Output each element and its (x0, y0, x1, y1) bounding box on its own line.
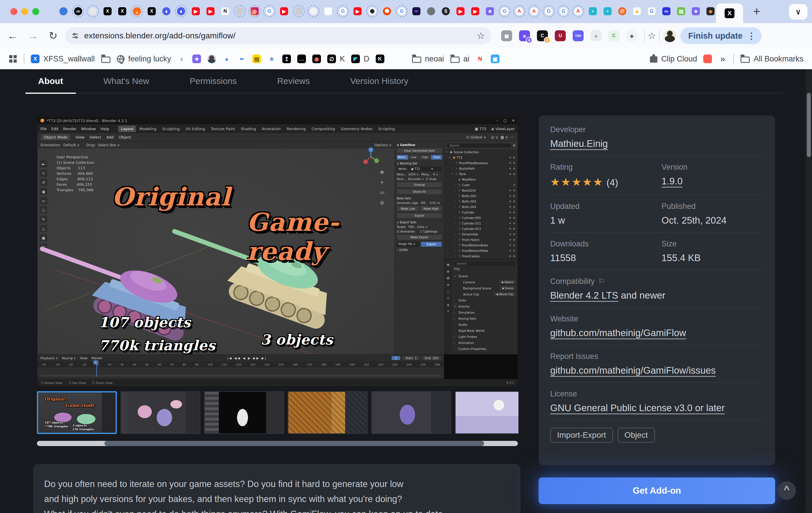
tab-favicon[interactable] (177, 7, 185, 15)
url-text[interactable]: extensions.blender.org/add-ons/gamiflow/ (84, 31, 236, 40)
bookmark-item[interactable] (101, 55, 111, 63)
addon-preview-image[interactable]: *T72 [D:\Art\t72\T72.blend] - Blender 4.… (37, 117, 518, 386)
reload-button[interactable]: ↻ (46, 30, 61, 42)
tab-favicon[interactable]: A (574, 7, 582, 15)
tab-favicon[interactable] (427, 7, 435, 15)
minimize-window-button[interactable] (21, 8, 28, 15)
tab-favicon[interactable]: ★ (692, 7, 700, 15)
developer-link[interactable]: Mathieu.Einig (550, 138, 608, 149)
site-settings-icon[interactable] (71, 32, 79, 39)
website-link[interactable]: github.com/matheinig/GamiFlow (550, 327, 686, 338)
tag-pill[interactable]: Import-Export (550, 428, 613, 442)
bookmark-item[interactable]: ▣ (491, 55, 499, 63)
tab-favicon[interactable] (89, 7, 97, 15)
tab-favicon[interactable] (133, 7, 141, 15)
bookmark-item[interactable] (207, 55, 216, 63)
page-tab[interactable]: What's New (100, 76, 153, 86)
bookmark-item[interactable]: ★ (192, 55, 201, 63)
tab-favicon[interactable]: ab (74, 7, 82, 15)
flag-icon[interactable]: ⚐ (598, 277, 605, 286)
bookmark-item[interactable]: » (718, 55, 727, 63)
tab-favicon[interactable]: G (500, 7, 509, 15)
bookmark-item[interactable] (9, 55, 17, 63)
tab-favicon[interactable]: @ (618, 7, 626, 15)
bookmark-item[interactable]: … (297, 55, 306, 63)
tab-favicon[interactable]: ▶ (471, 7, 479, 15)
extension-icon[interactable]: ▦ (501, 30, 512, 41)
finish-update-button[interactable]: Finish update⋮ (680, 27, 762, 44)
tab-favicon[interactable]: X (104, 7, 112, 15)
tab-favicon[interactable] (162, 7, 170, 15)
extension-icon[interactable]: ◈ (626, 30, 637, 41)
bookmark-item[interactable] (391, 55, 406, 63)
tab-favicon[interactable] (295, 7, 303, 15)
page-tab[interactable]: Version History (347, 76, 412, 86)
bookmark-item[interactable]: All Bookmarks (741, 55, 803, 63)
tab-favicon[interactable]: G (648, 7, 656, 15)
tab-favicon[interactable]: ▪ (604, 7, 612, 15)
active-tab[interactable]: X (716, 3, 743, 23)
get-addon-button[interactable]: Get Add-on (539, 478, 775, 504)
bookmark-item[interactable]: ‹ (177, 55, 186, 63)
sparkle-star-icon[interactable]: ☆ (648, 30, 656, 41)
new-tab-button[interactable]: + (750, 5, 763, 19)
bookmark-item[interactable] (733, 53, 734, 64)
page-tab[interactable]: About (35, 76, 67, 86)
tab-favicon[interactable]: X (148, 7, 156, 15)
version-link[interactable]: 1.9.0 (662, 176, 683, 186)
license-link[interactable]: GNU General Public License v3.0 or later (550, 403, 725, 413)
tab-favicon[interactable]: G (559, 7, 568, 15)
carousel-thumbnail[interactable]: OriginalGame-ready107 objects 770k trian… (37, 391, 117, 434)
tab-favicon[interactable] (59, 7, 67, 15)
carousel-thumbnail[interactable] (288, 391, 368, 434)
tab-favicon[interactable] (324, 7, 332, 15)
carousel-thumbnail[interactable] (204, 391, 284, 434)
extension-icon[interactable]: ◆4 (519, 30, 530, 41)
tab-favicon[interactable]: G (398, 7, 406, 15)
extension-icon[interactable]: ▲ (590, 30, 602, 41)
carousel-thumbnail[interactable] (455, 391, 518, 434)
browser-scrollbar[interactable] (806, 69, 812, 513)
carousel-thumbnail[interactable] (371, 391, 451, 434)
tab-favicon[interactable]: du (662, 7, 670, 15)
bookmark-item[interactable]: XXFSS_wallwall (31, 55, 95, 63)
extension-icon[interactable]: C2 (537, 30, 548, 41)
tab-favicon[interactable]: G (265, 7, 273, 15)
bookmark-item[interactable]: ↥ (282, 55, 291, 63)
tab-favicon[interactable]: ∞ (412, 7, 420, 15)
compatibility-link[interactable]: Blender 4.2 LTS (550, 290, 618, 301)
tab-favicon[interactable]: ▤ (677, 7, 685, 15)
tab-favicon[interactable]: ★ (486, 7, 494, 15)
tab-favicon[interactable]: ▶ (206, 7, 214, 15)
tab-search-button[interactable]: ∨ (789, 4, 807, 20)
bookmark-item[interactable] (24, 53, 25, 64)
tab-favicon[interactable] (383, 7, 391, 15)
tab-favicon[interactable]: ◆ (706, 7, 715, 15)
browser-menu-icon[interactable]: ⋮ (747, 31, 756, 41)
bookmark-item[interactable]: ∞ (237, 55, 246, 63)
tag-pill[interactable]: Object (618, 428, 655, 442)
scroll-to-top-button[interactable]: ^ (777, 481, 796, 500)
tab-favicon[interactable] (368, 7, 376, 15)
tab-favicon[interactable]: A (515, 7, 523, 15)
page-tab[interactable]: Reviews (274, 76, 313, 86)
tab-favicon[interactable]: ◎ (251, 7, 259, 15)
bookmark-item[interactable]: feeling lucky (117, 55, 171, 63)
carousel-scrollbar[interactable] (37, 441, 518, 446)
tab-favicon[interactable]: X (118, 7, 126, 15)
tab-favicon[interactable]: ▶ (353, 7, 361, 15)
bookmark-item[interactable]: ▤ (252, 55, 261, 63)
carousel-thumbnail[interactable] (120, 391, 200, 434)
tab-favicon[interactable] (310, 7, 317, 15)
browser-scrollbar-thumb[interactable] (807, 93, 811, 157)
bookmark-item[interactable]: Clip Cloud (650, 55, 697, 63)
tab-favicon[interactable]: ▶ (457, 7, 465, 15)
tab-favicon[interactable]: N (221, 7, 229, 15)
close-window-button[interactable] (10, 8, 17, 15)
extension-icon[interactable]: U (555, 30, 566, 41)
bookmark-item[interactable]: N (476, 55, 485, 63)
tab-favicon[interactable]: ▪ (589, 7, 597, 15)
bookmark-item[interactable]: ◉ (312, 55, 321, 63)
bookmark-item[interactable] (703, 55, 712, 63)
back-button[interactable]: ← (5, 30, 20, 42)
